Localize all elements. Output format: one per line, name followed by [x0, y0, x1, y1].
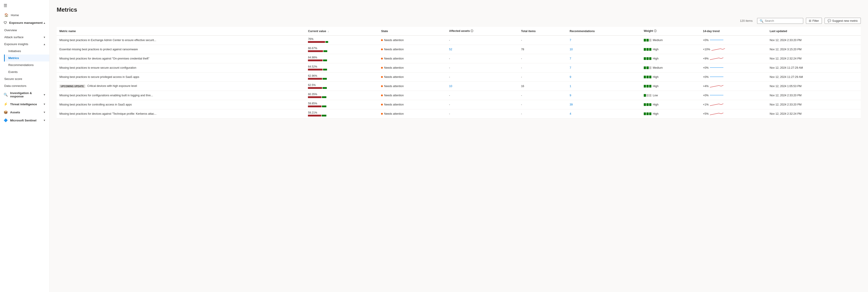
cell-recommendations[interactable]: 7 [567, 35, 641, 45]
cell-recommendations[interactable]: 10 [567, 45, 641, 54]
search-input[interactable] [765, 19, 801, 23]
cell-metric-name[interactable]: Missing best practices for controlling a… [57, 100, 305, 109]
col-current-value[interactable]: Current value ↓ [305, 27, 378, 35]
state-cell: Needs attention [381, 66, 443, 69]
cell-recommendations[interactable]: 39 [567, 100, 641, 109]
recommendations-link[interactable]: 10 [569, 48, 573, 51]
affected-assets-link[interactable]: 10 [449, 85, 452, 88]
sidebar-item-exposure-insights[interactable]: Exposure insights ▲ [0, 41, 49, 47]
weight-cell: High [644, 112, 698, 115]
sidebar-item-initiatives[interactable]: Initiatives [4, 47, 49, 54]
recommendations-link[interactable]: 9 [569, 94, 571, 97]
cell-affected-assets[interactable]: 10 [446, 82, 519, 91]
sidebar-section-investigation-response[interactable]: 🔍 Investigation & response ▼ [0, 89, 49, 100]
progress-bar-row [308, 106, 376, 107]
affected-assets-info-icon[interactable]: ⓘ [470, 29, 473, 33]
cell-affected-assets[interactable]: 52 [446, 45, 519, 54]
table-row: Missing best practices for devices again… [57, 109, 861, 118]
cell-trend: +10% [700, 45, 767, 54]
hamburger-menu[interactable]: ☰ [0, 0, 49, 11]
sidebar-item-metrics[interactable]: Metrics [4, 54, 49, 62]
sidebar-item-events[interactable]: Events [4, 68, 49, 75]
total-items-text: - [521, 112, 522, 115]
recommendations-link[interactable]: 7 [569, 57, 571, 60]
cell-last-updated: Nov 12, 2024 1:05:53 PM [767, 82, 861, 91]
sidebar-item-overview[interactable]: Overview [0, 27, 49, 34]
total-items-text: 16 [521, 85, 524, 88]
state-text: Needs attention [384, 85, 404, 88]
recommendations-link[interactable]: 7 [569, 66, 571, 69]
cell-recommendations[interactable]: 4 [567, 109, 641, 118]
bar-red [308, 96, 321, 98]
trend-cell: +0% [703, 66, 764, 70]
cell-recommendations[interactable]: 1 [567, 82, 641, 91]
recommendations-link[interactable]: 1 [569, 85, 571, 88]
col-weight: Weight ⓘ [641, 27, 700, 35]
filter-button[interactable]: ⊟ Filter [806, 18, 822, 24]
sidebar-item-recommendations[interactable]: Recommendations [4, 62, 49, 68]
state-dot [381, 48, 383, 50]
recommendations-link[interactable]: 39 [569, 103, 573, 106]
cell-last-updated: Nov 12, 2024 2:32:24 PM [767, 109, 861, 118]
cell-current-value: 60.35% [305, 91, 378, 100]
affected-assets-text: - [449, 112, 450, 115]
cell-metric-name[interactable]: Missing best practices to ensure secure … [57, 63, 305, 72]
sidebar-section-sentinel-label: Microsoft Sentinel [10, 119, 36, 122]
search-box[interactable]: 🔍 [757, 18, 803, 24]
recommendations-link[interactable]: 4 [569, 112, 571, 115]
affected-assets-link[interactable]: 52 [449, 48, 452, 51]
cell-trend: +0% [700, 91, 767, 100]
cell-affected-assets: - [446, 100, 519, 109]
home-icon: 🏠 [4, 13, 8, 17]
suggest-metric-button[interactable]: 💬 Suggest new metric [825, 18, 861, 24]
cell-recommendations[interactable]: 9 [567, 72, 641, 82]
bar-green [322, 115, 327, 116]
cell-recommendations[interactable]: 7 [567, 63, 641, 72]
sidebar-item-home[interactable]: 🏠 Home [0, 11, 49, 19]
cell-metric-name[interactable]: Missing best practices in Exchange Admin… [57, 35, 305, 45]
progress-label: 60.35% [308, 93, 376, 96]
cell-recommendations[interactable]: 9 [567, 91, 641, 100]
cell-state: Needs attention [378, 109, 446, 118]
weight-label: High [653, 112, 659, 115]
progress-label: 76% [308, 37, 376, 41]
cell-trend: +0% [700, 72, 767, 82]
recommendations-link[interactable]: 7 [569, 39, 571, 42]
sidebar-section-investigation-label: Investigation & response [10, 92, 43, 98]
weight-bar [644, 66, 646, 69]
weight-cell: Medium [644, 66, 698, 69]
cell-metric-name[interactable]: Missing best practices for devices again… [57, 109, 305, 118]
sidebar-item-secure-score[interactable]: Secure score [0, 75, 49, 82]
sidebar-section-sentinel[interactable]: 🔷 Microsoft Sentinel ▼ [0, 116, 49, 124]
weight-bar [644, 94, 646, 97]
last-updated-text: Nov 12, 2024 1:05:53 PM [770, 85, 802, 88]
weight-cell: High [644, 103, 698, 106]
sidebar-section-threat-intelligence[interactable]: ⚡ Threat intelligence ▼ [0, 100, 49, 108]
cell-recommendations[interactable]: 7 [567, 54, 641, 63]
trend-cell: +5% [703, 112, 764, 116]
cell-affected-assets: - [446, 63, 519, 72]
threat-icon: ⚡ [4, 102, 8, 106]
sidebar-exposure-insights-label: Exposure insights [4, 42, 28, 46]
assets-icon: 📦 [4, 110, 8, 114]
sidebar-item-data-connectors[interactable]: Data connectors [0, 82, 49, 89]
chevron-up-icon: ▲ [43, 22, 46, 24]
metrics-table: Metric name Current value ↓ State Affect… [57, 27, 861, 118]
suggest-icon: 💬 [828, 19, 831, 23]
cell-metric-name[interactable]: Essential missing best practices to prot… [57, 45, 305, 54]
cell-metric-name[interactable]: UPCOMING UPDATE Critical devices with hi… [57, 82, 305, 91]
sidebar-section-assets[interactable]: 📦 Assets ▼ [0, 108, 49, 116]
weight-info-icon[interactable]: ⓘ [654, 29, 657, 33]
weight-bars [644, 48, 651, 51]
cell-metric-name[interactable]: Missing best practices for configuration… [57, 91, 305, 100]
sidebar-item-attack-surface[interactable]: Attack surface ▼ [0, 34, 49, 41]
total-items-text: - [521, 103, 522, 106]
recommendations-link[interactable]: 9 [569, 75, 571, 79]
cell-metric-name[interactable]: Missing best practices to secure privile… [57, 72, 305, 82]
chevron-down-icon-inv: ▼ [43, 94, 46, 96]
state-cell: Needs attention [381, 39, 443, 42]
col-state: State [378, 27, 446, 35]
sidebar-section-exposure-management[interactable]: 🛡 Exposure management ▲ [0, 19, 49, 27]
cell-metric-name[interactable]: Missing best practices for devices again… [57, 54, 305, 63]
cell-current-value: 62.96% [305, 72, 378, 82]
